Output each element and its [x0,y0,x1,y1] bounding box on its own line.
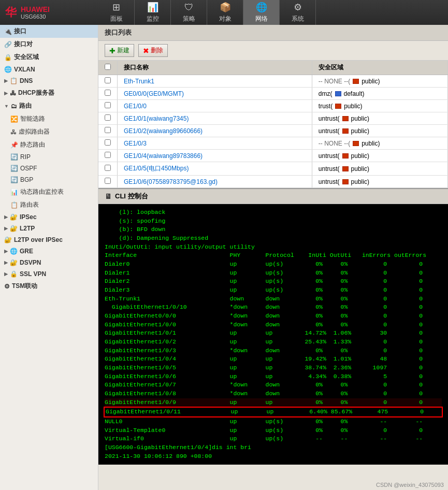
sidebar-item-route-table[interactable]: 📋路由表 [0,198,98,211]
sidebar-label-l2tp: L2TP [20,225,35,232]
sidebar-item-gre[interactable]: ▶🌐GRE [0,246,98,257]
nav-tab-object[interactable]: 📦对象 [207,0,243,25]
sidebar-label-interface: 接口 [14,27,26,36]
nav-tab-network[interactable]: 🌐网络 [243,0,280,25]
watermark: CSDN @weixin_43075093 [376,482,444,488]
sidebar-item-routing[interactable]: ▼🗂路由 [0,99,98,112]
interface-name-7[interactable]: GE1/0/5(电口450Mbps) [124,165,189,172]
dns-icon: 📋 [10,77,18,84]
content-area: 接口列表 ✚ 新建 ✖ 删除 接口名称 安全区域 [98,25,448,490]
cli-line-8: Dialer2 up up(s) 0% 0% 0 0 [105,277,442,286]
sidebar-item-dsvpn[interactable]: ▶🔐DSVPN [0,257,98,268]
table-row: GE1/0/2(waiwang89660666) untrust( public… [98,125,448,137]
cli-line-15: GigabitEthernet1/0/2 up up 25.43% 1.33% … [105,338,442,347]
row-checkbox-0[interactable] [105,77,111,83]
section-title: 接口列表 [98,25,448,41]
row-checkbox-7[interactable] [105,165,111,171]
panel-icon: ⊞ [112,2,120,13]
sidebar-item-virtual-router[interactable]: 🖧虚拟路由器 [0,125,98,138]
sidebar-item-vxlan[interactable]: 🌐VXLAN [0,64,98,75]
sidebar-item-ssl-vpn[interactable]: ▶🔒SSL VPN [0,268,98,280]
system-icon: ⚙ [294,2,302,13]
expand-icon-ssl-vpn: ▶ [4,271,8,277]
sidebar-item-ospf[interactable]: 🔄OSPF [0,163,98,174]
interface-name-6[interactable]: GE1/0/4(waiwang89783866) [124,152,203,160]
sidebar: 🔌接口🔗接口对🔒安全区域🌐VXLAN▶📋DNS▶🖧DHCP服务器▼🗂路由🔀智能选… [0,25,98,490]
zone-badge-0: -- NONE --(public) [319,78,380,85]
policy-icon: 🛡 [184,2,194,13]
select-all-checkbox[interactable] [105,64,111,70]
dhcp-icon: 🖧 [10,90,16,97]
cli-line-16: GigabitEthernet1/0/3 *down down 0% 0% 0 … [105,347,442,355]
cli-line-2: (b): BFD down [105,225,442,234]
nav-tab-policy[interactable]: 🛡策略 [171,0,207,25]
zone-icon-6 [342,153,349,158]
sidebar-item-security-zone[interactable]: 🔒安全区域 [0,51,98,64]
toolbar: ✚ 新建 ✖ 删除 [98,41,448,61]
zone-badge-2: trust( public) [319,103,363,110]
row-checkbox-6[interactable] [105,152,111,158]
vxlan-icon: 🌐 [4,66,12,73]
sidebar-label-bgp: BGP [20,176,33,183]
sidebar-item-smart-routing[interactable]: 🔀智能选路 [0,112,98,125]
sidebar-label-routing: 路由 [19,102,32,110]
cli-line-5: Interface PHY Protocol InUti OutUti inEr… [105,251,442,260]
nav-tab-panel[interactable]: ⊞面板 [98,0,135,25]
row-checkbox-1[interactable] [105,90,111,96]
row-checkbox-3[interactable] [105,114,111,121]
sidebar-item-dynamic-monitor[interactable]: 📊动态路由监控表 [0,185,98,198]
smart-routing-icon: 🔀 [10,116,18,123]
interface-name-1[interactable]: GE0/0/0(GE0/MGMT) [124,90,184,97]
interface-pair-icon: 🔗 [4,41,12,48]
zone-badge-5: -- NONE --(public) [319,140,380,147]
sidebar-item-l2tp[interactable]: ▶🔐L2TP [0,223,98,234]
sidebar-item-dhcp[interactable]: ▶🖧DHCP服务器 [0,87,98,99]
cli-line-11: GigabitEthernet1/0/10 *down down 0% 0% 0… [105,303,442,312]
ipsec-icon: 🔐 [10,213,18,221]
row-checkbox-5[interactable] [105,139,111,146]
interface-name-0[interactable]: Eth-Trunk1 [124,78,154,85]
interface-name-5[interactable]: GE1/0/3 [124,140,147,147]
ssl-vpn-icon: 🔒 [10,270,18,278]
dsvpn-icon: 🔐 [10,259,18,266]
sidebar-item-bgp[interactable]: 🔄BGP [0,174,98,185]
sidebar-item-tsm[interactable]: ⚙TSM联动 [0,280,98,293]
sidebar-item-static-route[interactable]: 📌静态路由 [0,138,98,151]
sidebar-label-virtual-router: 虚拟路由器 [19,127,50,136]
sidebar-label-dynamic-monitor: 动态路由监控表 [20,188,64,196]
expand-icon-gre: ▶ [4,249,8,254]
delete-button[interactable]: ✖ 删除 [138,44,168,57]
new-button[interactable]: ✚ 新建 [105,44,134,57]
interface-name-2[interactable]: GE1/0/0 [124,103,147,110]
row-checkbox-4[interactable] [105,127,111,133]
zone-icon-4 [342,128,349,134]
sidebar-item-rip[interactable]: 🔄RIP [0,151,98,163]
cli-line-26: Virtual-if0 up up(s) -- -- -- -- [105,435,442,443]
interface-name-3[interactable]: GE1/0/1(waiwang7345) [124,115,189,122]
dynamic-monitor-icon: 📊 [10,189,18,196]
row-checkbox-8[interactable] [105,178,111,184]
main-layout: 🔌接口🔗接口对🔒安全区域🌐VXLAN▶📋DNS▶🖧DHCP服务器▼🗂路由🔀智能选… [0,25,448,490]
cli-line-6: Dialer0 up up(s) 0% 0% 0 0 [105,260,442,269]
nav-tab-system[interactable]: ⚙系统 [280,0,316,25]
cli-terminal[interactable]: (l): loopback (s): spoofing (b): BFD dow… [98,204,448,465]
table-row: GE1/0/1(waiwang7345) untrust( public) [98,112,448,125]
sidebar-label-dns: DNS [20,77,33,84]
interface-name-4[interactable]: GE1/0/2(waiwang89660666) [124,127,203,135]
zone-icon-8 [342,179,349,184]
expand-icon-l2tp: ▶ [4,226,8,231]
l2tp-icon: 🔐 [10,225,18,232]
sidebar-item-ipsec[interactable]: ▶🔐IPSec [0,211,98,223]
interface-name-8[interactable]: GE1/0/6(075589783795@163.gd) [124,178,218,185]
sidebar-item-interface-pair[interactable]: 🔗接口对 [0,38,98,51]
sidebar-item-interface[interactable]: 🔌接口 [0,25,98,38]
expand-icon-dsvpn: ▶ [4,260,8,265]
sidebar-item-l2tp-ipsec[interactable]: 🔐L2TP over IPSec [0,234,98,246]
nav-tab-monitor[interactable]: 📊监控 [135,0,171,25]
cli-header: 🖥 CLI 控制台 [98,188,448,204]
sidebar-item-dns[interactable]: ▶📋DNS [0,75,98,87]
sidebar-label-l2tp-ipsec: L2TP over IPSec [14,236,63,243]
interface-section: 接口列表 ✚ 新建 ✖ 删除 接口名称 安全区域 [98,25,448,188]
object-icon: 📦 [220,2,231,13]
row-checkbox-2[interactable] [105,102,111,108]
